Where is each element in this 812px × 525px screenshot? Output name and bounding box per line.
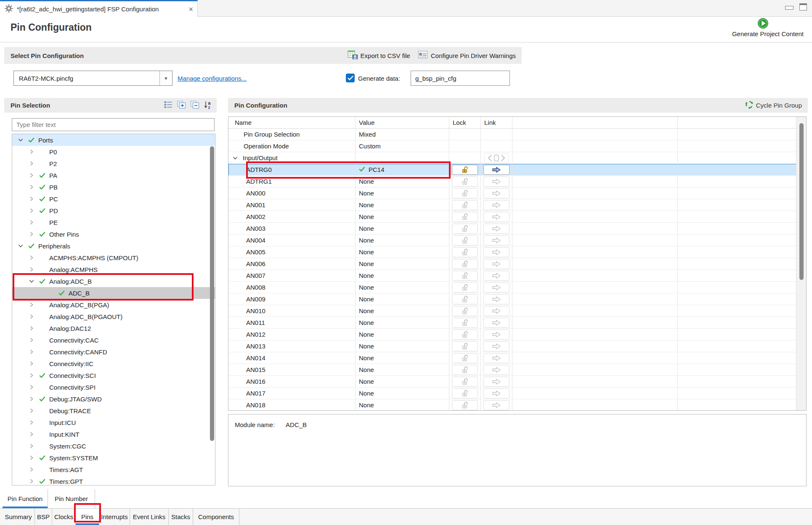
pin-row-an009[interactable]: AN009None bbox=[228, 293, 806, 305]
column-header-value[interactable]: Value bbox=[356, 117, 449, 129]
pin-row-operation-mode[interactable]: Operation ModeCustom bbox=[228, 140, 806, 152]
lock-unlocked-icon[interactable] bbox=[452, 200, 478, 210]
link-arrow-icon[interactable] bbox=[483, 377, 509, 387]
tree-item-connectivity-iic[interactable]: Connectivity:IIC bbox=[12, 358, 215, 369]
link-arrow-icon[interactable] bbox=[483, 294, 509, 304]
lock-unlocked-icon[interactable] bbox=[452, 188, 478, 198]
tree-item-other-pins[interactable]: Other Pins bbox=[12, 228, 215, 240]
chevron-right-icon[interactable] bbox=[28, 219, 39, 226]
export-to-csv-button[interactable]: Export to CSV file bbox=[348, 50, 410, 61]
chevron-right-icon[interactable] bbox=[28, 360, 39, 367]
link-arrow-icon[interactable] bbox=[483, 330, 509, 340]
chevron-right-icon[interactable] bbox=[28, 396, 39, 402]
page-tab-stacks[interactable]: Stacks bbox=[169, 509, 193, 525]
pin-row-an006[interactable]: AN006None bbox=[228, 258, 806, 270]
chevron-right-icon[interactable] bbox=[28, 148, 39, 155]
minimize-icon[interactable] bbox=[785, 6, 793, 10]
column-header-name[interactable]: Name bbox=[228, 117, 356, 129]
tree-item-pc[interactable]: PC bbox=[12, 193, 215, 205]
editor-tab-fsp-configuration[interactable]: *[ra6t2_adc_hwi_gettingstarted] FSP Conf… bbox=[0, 0, 198, 17]
chevron-right-icon[interactable] bbox=[28, 160, 39, 167]
page-tab-components[interactable]: Components bbox=[193, 509, 239, 525]
link-arrow-icon[interactable] bbox=[483, 341, 509, 351]
cycle-link-icon[interactable] bbox=[484, 153, 509, 163]
dropdown-arrow-icon[interactable]: ▼ bbox=[159, 71, 172, 85]
chevron-down-icon[interactable] bbox=[232, 155, 243, 161]
collapse-all-icon[interactable] bbox=[190, 100, 200, 111]
chevron-right-icon[interactable] bbox=[28, 172, 39, 179]
page-tab-bsp[interactable]: BSP bbox=[35, 509, 52, 525]
table-scrollbar-track[interactable] bbox=[796, 117, 806, 410]
lock-unlocked-icon[interactable] bbox=[452, 306, 478, 316]
pin-row-an011[interactable]: AN011None bbox=[228, 317, 806, 329]
lock-unlocked-icon[interactable] bbox=[452, 259, 478, 269]
chevron-right-icon[interactable] bbox=[28, 337, 39, 343]
pin-row-an001[interactable]: AN001None bbox=[228, 199, 806, 211]
chevron-right-icon[interactable] bbox=[28, 184, 39, 190]
tree-item-pb[interactable]: PB bbox=[12, 181, 215, 193]
view-tab-pin-number[interactable]: Pin Number bbox=[48, 489, 95, 508]
tree-item-pd[interactable]: PD bbox=[12, 205, 215, 216]
page-tab-summary[interactable]: Summary bbox=[2, 509, 35, 525]
chevron-right-icon[interactable] bbox=[28, 301, 39, 308]
chevron-right-icon[interactable] bbox=[28, 254, 39, 261]
pin-row-an007[interactable]: AN007None bbox=[228, 270, 806, 282]
filter-input[interactable] bbox=[12, 118, 215, 131]
column-header-lock[interactable]: Lock bbox=[449, 117, 481, 129]
pin-row-pin-group-selection[interactable]: Pin Group SelectionMixed bbox=[228, 129, 806, 140]
tree-item-pa[interactable]: PA bbox=[12, 169, 215, 181]
tree-item-timers-agt[interactable]: Timers:AGT bbox=[12, 464, 215, 475]
tree-item-analog-dac12[interactable]: Analog:DAC12 bbox=[12, 322, 215, 334]
page-tab-event-links[interactable]: Event Links bbox=[130, 509, 169, 525]
chevron-right-icon[interactable] bbox=[28, 313, 39, 320]
lock-unlocked-icon[interactable] bbox=[452, 377, 478, 387]
link-arrow-icon[interactable] bbox=[483, 282, 509, 293]
chevron-down-icon[interactable] bbox=[17, 243, 28, 249]
pin-row-an008[interactable]: AN008None bbox=[228, 282, 806, 293]
pin-row-an018[interactable]: AN018None bbox=[228, 399, 806, 411]
pin-row-an004[interactable]: AN004None bbox=[228, 235, 806, 246]
lock-unlocked-icon[interactable] bbox=[452, 388, 478, 398]
sort-az-icon[interactable]: a z bbox=[203, 100, 212, 111]
lock-unlocked-icon[interactable] bbox=[452, 341, 478, 351]
table-scrollbar-thumb[interactable] bbox=[799, 123, 804, 280]
chevron-right-icon[interactable] bbox=[28, 419, 39, 426]
pin-row-an003[interactable]: AN003None bbox=[228, 223, 806, 235]
tree-item-p0[interactable]: P0 bbox=[12, 146, 215, 158]
tree-item-adc-b[interactable]: ADC_B bbox=[12, 287, 215, 299]
lock-unlocked-icon[interactable] bbox=[452, 235, 478, 245]
link-arrow-icon[interactable] bbox=[483, 365, 509, 375]
lock-unlocked-icon[interactable] bbox=[452, 177, 478, 187]
chevron-right-icon[interactable] bbox=[28, 325, 39, 332]
lock-unlocked-icon[interactable] bbox=[452, 271, 478, 281]
lock-unlocked-icon[interactable] bbox=[452, 294, 478, 304]
tree-item-debug-jtag-swd[interactable]: Debug:JTAG/SWD bbox=[12, 393, 215, 405]
chevron-right-icon[interactable] bbox=[28, 207, 39, 214]
chevron-right-icon[interactable] bbox=[28, 348, 39, 355]
tree-item-peripherals[interactable]: Peripherals bbox=[12, 240, 215, 252]
lock-unlocked-icon[interactable] bbox=[452, 318, 478, 328]
view-tab-pin-function[interactable]: Pin Function bbox=[3, 489, 48, 508]
link-arrow-icon[interactable] bbox=[483, 188, 509, 198]
pin-row-an005[interactable]: AN005None bbox=[228, 246, 806, 258]
chevron-right-icon[interactable] bbox=[28, 443, 39, 449]
generate-data-input[interactable] bbox=[411, 71, 510, 86]
link-arrow-icon[interactable] bbox=[483, 177, 509, 187]
generate-data-checkbox[interactable] bbox=[346, 74, 355, 82]
manage-configurations-link[interactable]: Manage configurations... bbox=[178, 75, 247, 82]
chevron-right-icon[interactable] bbox=[28, 431, 39, 438]
link-arrow-icon[interactable] bbox=[483, 353, 509, 363]
lock-unlocked-icon[interactable] bbox=[452, 353, 478, 363]
tree-item-connectivity-canfd[interactable]: Connectivity:CANFD bbox=[12, 346, 215, 358]
page-tab-interrupts[interactable]: Interrupts bbox=[99, 509, 130, 525]
pin-row-an012[interactable]: AN012None bbox=[228, 329, 806, 340]
generate-project-content-button[interactable]: Generate Project Content bbox=[585, 30, 804, 37]
lock-unlocked-icon[interactable] bbox=[452, 330, 478, 340]
tree-item-connectivity-sci[interactable]: Connectivity:SCI bbox=[12, 369, 215, 381]
pin-row-an010[interactable]: AN010None bbox=[228, 305, 806, 317]
configure-pin-driver-warnings-button[interactable]: Configure Pin Driver Warnings bbox=[418, 50, 516, 61]
tree-item-analog-adc-b-pga[interactable]: Analog:ADC_B(PGA) bbox=[12, 299, 215, 311]
pin-row-an017[interactable]: AN017None bbox=[228, 388, 806, 399]
page-tab-clocks[interactable]: Clocks bbox=[52, 509, 76, 525]
maximize-icon[interactable] bbox=[799, 3, 807, 11]
